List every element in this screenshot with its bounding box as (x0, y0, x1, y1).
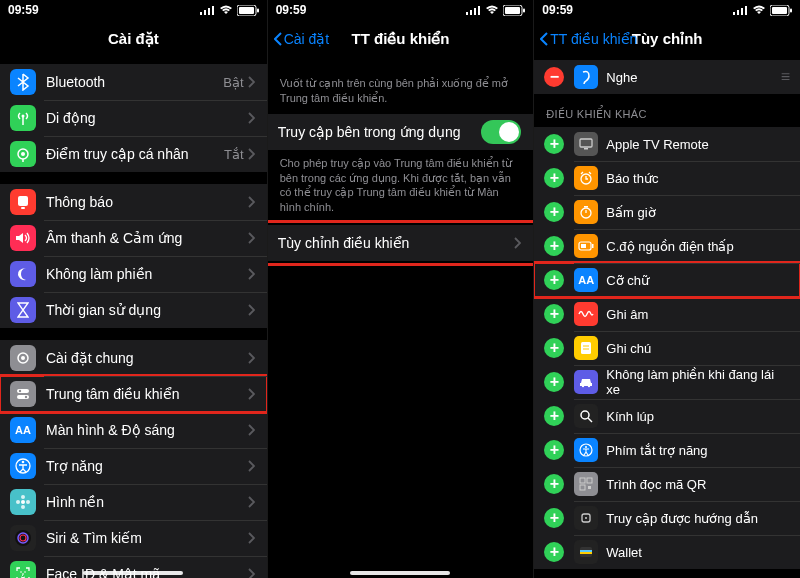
row-label: Trợ năng (46, 458, 248, 474)
row-label: Phím tắt trợ năng (606, 443, 788, 458)
AA-icon: AA (574, 268, 598, 292)
more-control-row[interactable]: +Apple TV Remote (534, 127, 800, 161)
add-button[interactable]: + (544, 168, 564, 188)
add-button[interactable]: + (544, 134, 564, 154)
more-control-row[interactable]: +AACỡ chữ (534, 263, 800, 297)
add-button[interactable]: + (544, 508, 564, 528)
settings-row[interactable]: BluetoothBật (0, 64, 267, 100)
row-label: Tùy chỉnh điều khiển (278, 235, 515, 251)
add-button[interactable]: + (544, 202, 564, 222)
svg-rect-43 (790, 8, 792, 12)
settings-row[interactable]: Thông báo (0, 184, 267, 220)
row-label: Báo thức (606, 171, 788, 186)
signal-icon (733, 5, 748, 15)
included-control-row[interactable]: −Nghe≡ (534, 60, 800, 94)
settings-row[interactable]: Hình nền (0, 484, 267, 520)
drag-handle-icon[interactable]: ≡ (781, 68, 788, 86)
siri-icon (10, 525, 36, 551)
settings-row[interactable]: AAMàn hình & Độ sáng (0, 412, 267, 448)
more-control-row[interactable]: +Wallet (534, 535, 800, 569)
settings-row[interactable]: Điểm truy cập cá nhânTắt (0, 136, 267, 172)
svg-point-22 (21, 505, 25, 509)
battery-icon (503, 5, 525, 16)
home-indicator[interactable] (350, 571, 450, 575)
page-title: Tùy chỉnh (632, 30, 703, 48)
add-button[interactable]: + (544, 372, 564, 392)
more-control-row[interactable]: +Ghi âm (534, 297, 800, 331)
row-label: Di động (46, 110, 248, 126)
svg-point-57 (585, 446, 587, 448)
chevron-left-icon (274, 32, 282, 46)
more-control-row[interactable]: +Báo thức (534, 161, 800, 195)
add-button[interactable]: + (544, 440, 564, 460)
add-button[interactable]: + (544, 270, 564, 290)
svg-point-54 (588, 385, 590, 387)
svg-point-29 (24, 571, 26, 573)
bell-icon (10, 189, 36, 215)
row-label: Bluetooth (46, 74, 223, 90)
page-title: Cài đặt (108, 30, 159, 48)
home-indicator[interactable] (83, 571, 183, 575)
row-value: Tắt (224, 147, 244, 162)
row-access-in-apps[interactable]: Truy cập bên trong ứng dụng (268, 114, 534, 150)
settings-content[interactable]: BluetoothBậtDi độngĐiểm truy cập cá nhân… (0, 58, 267, 578)
back-button[interactable]: Cài đặt (274, 31, 330, 47)
row-label: Truy cập được hướng dẫn (606, 511, 788, 526)
more-control-row[interactable]: +C.độ nguồn điện thấp (534, 229, 800, 263)
signal-icon (200, 5, 215, 15)
page-title: TT điều khiển (351, 30, 449, 48)
section-header: ĐIỀU KHIỂN KHÁC (534, 94, 800, 127)
svg-rect-2 (208, 8, 210, 15)
wallet-icon (574, 540, 598, 564)
svg-point-20 (21, 500, 25, 504)
status-time: 09:59 (8, 3, 39, 17)
settings-row[interactable]: Cài đặt chung (0, 340, 267, 376)
row-label: Ghi chú (606, 341, 788, 356)
add-button[interactable]: + (544, 304, 564, 324)
row-label: Màn hình & Độ sáng (46, 422, 248, 438)
back-button[interactable]: TT điều khiển (540, 31, 637, 47)
more-control-row[interactable]: +Không làm phiền khi đang lái xe (534, 365, 800, 399)
row-customize-controls[interactable]: Tùy chỉnh điều khiển (268, 225, 534, 261)
svg-rect-50 (581, 244, 586, 248)
settings-row[interactable]: Siri & Tìm kiếm (0, 520, 267, 556)
svg-rect-51 (592, 244, 594, 248)
settings-row[interactable]: Âm thanh & Cảm ứng (0, 220, 267, 256)
more-control-row[interactable]: +Kính lúp (534, 399, 800, 433)
more-control-row[interactable]: +Ghi chú (534, 331, 800, 365)
svg-rect-38 (737, 10, 739, 15)
row-label: C.độ nguồn điện thấp (606, 239, 788, 254)
add-button[interactable]: + (544, 236, 564, 256)
settings-row[interactable]: Trung tâm điều khiển (0, 376, 267, 412)
svg-rect-59 (587, 478, 592, 483)
add-button[interactable]: + (544, 406, 564, 426)
add-button[interactable]: + (544, 338, 564, 358)
section-description: Vuốt từ cạnh trên cùng bên phải xuống để… (268, 58, 534, 114)
svg-rect-58 (580, 478, 585, 483)
more-control-row[interactable]: +Trình đọc mã QR (534, 467, 800, 501)
wifi-icon (485, 5, 499, 15)
row-label: Bấm giờ (606, 205, 788, 220)
settings-row[interactable]: Trợ năng (0, 448, 267, 484)
settings-row[interactable]: Di động (0, 100, 267, 136)
phone-customize: 09:59 TT điều khiển Tùy chỉnh −Nghe≡ ĐIỀ… (533, 0, 800, 578)
battery-icon (574, 234, 598, 258)
mag-icon (574, 404, 598, 428)
add-button[interactable]: + (544, 542, 564, 562)
remove-button[interactable]: − (544, 67, 564, 87)
svg-point-8 (21, 152, 25, 156)
settings-row[interactable]: Thời gian sử dụng (0, 292, 267, 328)
add-button[interactable]: + (544, 474, 564, 494)
status-icons (733, 5, 792, 16)
more-control-row[interactable]: +Truy cập được hướng dẫn (534, 501, 800, 535)
cc-content[interactable]: Vuốt từ cạnh trên cùng bên phải xuống để… (268, 58, 534, 578)
customize-content[interactable]: −Nghe≡ ĐIỀU KHIỂN KHÁC +Apple TV Remote+… (534, 58, 800, 578)
svg-rect-32 (474, 8, 476, 15)
more-control-row[interactable]: +Bấm giờ (534, 195, 800, 229)
more-control-row[interactable]: +Phím tắt trợ năng (534, 433, 800, 467)
settings-row[interactable]: Không làm phiền (0, 256, 267, 292)
svg-rect-33 (478, 6, 480, 15)
row-label: Cài đặt chung (46, 350, 248, 366)
chevron-right-icon (248, 424, 255, 436)
toggle-switch[interactable] (481, 120, 521, 144)
